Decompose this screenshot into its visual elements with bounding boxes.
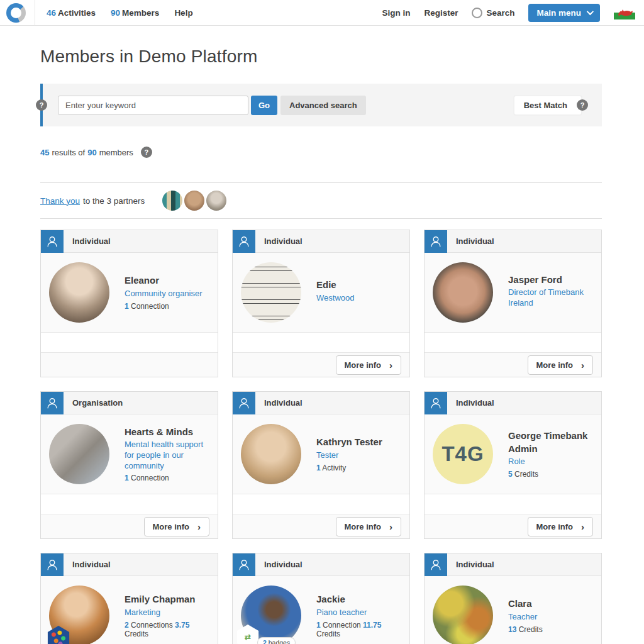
member-card: Individual Clara Teacher 13 Credits › [424, 553, 602, 644]
member-type-label: Organisation [72, 398, 123, 408]
results-end-text: members [99, 148, 133, 157]
results-summary: 45 results of 90 members ? [40, 147, 602, 158]
results-count: 45 [40, 148, 49, 157]
keyword-input[interactable] [58, 96, 248, 115]
member-stats: 1 Activity [316, 464, 382, 472]
more-info-button[interactable]: More info › [144, 517, 210, 536]
member-avatar[interactable] [49, 586, 109, 644]
partner-avatar[interactable] [161, 189, 184, 212]
partner-avatar[interactable] [205, 189, 228, 212]
main-menu-label: Main menu [536, 8, 581, 18]
card-body: Emily Chapman Marketing 2 Connections 3.… [41, 576, 218, 644]
nav-help-link[interactable]: Help [174, 8, 192, 18]
member-role[interactable]: Marketing [125, 608, 209, 618]
member-stats: 5 Credits [508, 470, 593, 479]
member-stats: 1 Connection 11.75 Credits [316, 621, 401, 638]
welsh-flag-icon[interactable] [614, 6, 635, 19]
member-name: Jasper Ford [508, 274, 593, 286]
member-avatar[interactable]: T4G [433, 424, 493, 484]
more-info-button[interactable]: More info › [528, 355, 594, 375]
card-strip [233, 494, 409, 514]
person-icon [425, 392, 447, 414]
members-page: 46Activities 90Members Help Sign in Regi… [0, 0, 644, 644]
navbar-divider [35, 0, 35, 26]
more-info-label: More info [345, 360, 382, 370]
member-type-label: Individual [456, 236, 494, 246]
platform-logo-icon[interactable] [6, 3, 26, 23]
members-label: Members [122, 8, 159, 18]
main-menu-button[interactable]: Main menu [528, 4, 600, 22]
member-name: George Timebank Admin [508, 430, 593, 455]
results-help-icon[interactable]: ? [141, 147, 152, 158]
member-role[interactable]: Role [508, 457, 593, 467]
card-body: Eleanor Community organiser 1 Connection [41, 253, 218, 332]
card-header: Individual [233, 553, 409, 576]
member-avatar[interactable] [241, 262, 301, 323]
search-panel: ? Go Advanced search Best Match ? [40, 84, 602, 126]
nav-members-link[interactable]: 90Members [111, 8, 159, 18]
nav-search-button[interactable]: Search [472, 8, 514, 18]
partner-avatar[interactable] [183, 189, 206, 212]
chevron-right-icon: › [389, 524, 392, 530]
card-header: Individual [41, 553, 218, 576]
member-type-label: Individual [264, 398, 303, 408]
member-name: Hearts & Minds [125, 426, 209, 438]
member-avatar[interactable] [49, 262, 109, 323]
member-avatar[interactable] [241, 424, 301, 484]
member-avatar[interactable] [49, 424, 109, 484]
member-card: Individual Eleanor Community organiser 1… [40, 230, 218, 377]
member-role[interactable]: Tester [316, 450, 382, 461]
card-body: Kathryn Tester Tester 1 Activity [233, 414, 409, 494]
member-role[interactable]: Mental health support for people in our … [125, 440, 209, 472]
person-icon [41, 230, 64, 253]
page-title: Members in Demo Platform [40, 47, 602, 67]
chevron-down-icon [587, 8, 594, 15]
more-info-button[interactable]: More info › [528, 517, 594, 536]
partner-avatars [161, 189, 227, 212]
more-info-button[interactable]: More info › [336, 355, 402, 375]
member-name: Emily Chapman [125, 593, 209, 606]
member-avatar[interactable] [433, 262, 493, 323]
register-link[interactable]: Register [424, 8, 458, 18]
card-header: Organisation [41, 392, 218, 414]
member-role[interactable]: Westwood [316, 293, 354, 304]
person-icon [41, 392, 64, 414]
member-name: Clara [508, 597, 543, 610]
member-role[interactable]: Community organiser [125, 289, 203, 299]
member-name: Jackie [316, 593, 401, 606]
sign-in-link[interactable]: Sign in [382, 8, 410, 18]
member-info: Hearts & Minds Mental health support for… [125, 426, 209, 483]
achievement-badge-icon[interactable] [47, 626, 70, 644]
member-info: Emily Chapman Marketing 2 Connections 3.… [125, 593, 209, 638]
card-body: Edie Westwood [233, 253, 409, 332]
member-card: Individual ⇄2 badges Jackie Piano teache… [232, 553, 410, 644]
card-header: Individual [233, 230, 409, 253]
advanced-search-button[interactable]: Advanced search [280, 96, 366, 115]
go-button[interactable]: Go [251, 96, 277, 115]
member-type-label: Individual [456, 398, 494, 408]
member-card: Individual T4G George Timebank Admin Rol… [424, 391, 602, 539]
member-name: Kathryn Tester [316, 436, 382, 448]
member-avatar[interactable] [433, 586, 493, 644]
member-role[interactable]: Teacher [508, 612, 543, 623]
chevron-right-icon: › [581, 362, 584, 369]
member-avatar[interactable]: ⇄2 badges [241, 586, 301, 644]
member-stats: 2 Connections 3.75 Credits [125, 621, 209, 638]
person-icon [425, 230, 447, 253]
keyword-help-icon[interactable]: ? [36, 99, 47, 111]
member-role[interactable]: Piano teacher [316, 608, 401, 618]
results-total: 90 [87, 148, 96, 157]
member-role[interactable]: Director of Timebank Ireland [508, 287, 593, 309]
navbar-actions: Sign in Register Search Main menu [382, 4, 635, 22]
best-match-help-icon[interactable]: ? [577, 99, 588, 111]
nav-activities-link[interactable]: 46Activities [47, 8, 96, 18]
divider [40, 218, 602, 219]
best-match-dropdown[interactable]: Best Match [514, 96, 582, 115]
achievement-badge-icon[interactable]: ⇄ [236, 625, 260, 644]
help-label: Help [174, 8, 192, 18]
more-info-button[interactable]: More info › [336, 517, 402, 536]
thank-you-link[interactable]: Thank you [40, 196, 80, 206]
badge-count-pill[interactable]: 2 badges [257, 637, 296, 644]
member-type-label: Individual [264, 560, 303, 569]
chevron-right-icon: › [581, 524, 584, 530]
